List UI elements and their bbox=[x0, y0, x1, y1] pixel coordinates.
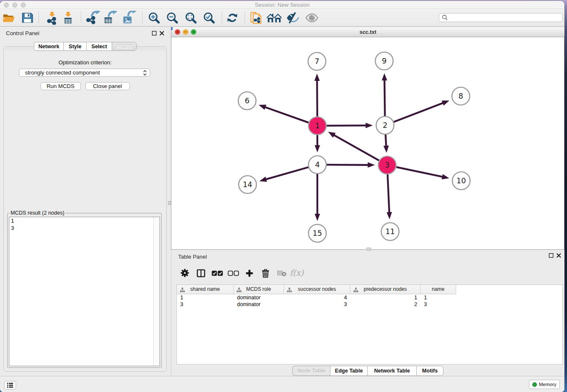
add-column-button[interactable] bbox=[241, 268, 257, 280]
float-icon[interactable] bbox=[152, 31, 157, 36]
export-image-button[interactable] bbox=[120, 10, 138, 25]
table-row[interactable]: 3dominator323 bbox=[177, 301, 562, 308]
graph-node-1[interactable]: 1 bbox=[308, 117, 326, 135]
select-all-columns-button[interactable] bbox=[209, 268, 225, 280]
network-graph: 1234678910111415 bbox=[171, 37, 564, 249]
save-session-button[interactable] bbox=[18, 10, 37, 25]
edge-3-11[interactable] bbox=[388, 174, 389, 213]
zoom-window-button[interactable] bbox=[21, 3, 26, 8]
table-tab-edge-table[interactable]: Edge Table bbox=[330, 366, 367, 376]
column-header-name[interactable]: name bbox=[421, 285, 456, 294]
edge-2-9[interactable] bbox=[385, 80, 385, 116]
edge-2-3[interactable] bbox=[385, 135, 386, 146]
close-icon[interactable] bbox=[160, 31, 164, 36]
edge-3-1[interactable] bbox=[334, 135, 379, 160]
function-builder-button: f(x) bbox=[289, 268, 306, 280]
export-table-button[interactable] bbox=[101, 10, 119, 25]
open-file-button[interactable] bbox=[0, 10, 18, 25]
result-line: 1 bbox=[11, 218, 160, 225]
graph-node-2[interactable]: 2 bbox=[376, 116, 394, 134]
graph-node-6[interactable]: 6 bbox=[238, 92, 256, 110]
table-header-row: shared nameMCDS rolesuccessor nodesprede… bbox=[177, 285, 562, 294]
graph-node-10[interactable]: 10 bbox=[452, 172, 470, 190]
toolbar-separator bbox=[81, 11, 81, 24]
edge-4-14[interactable] bbox=[266, 167, 308, 179]
graph-node-11[interactable]: 11 bbox=[381, 223, 399, 240]
folder-open-icon bbox=[3, 12, 15, 24]
edge-3-10[interactable] bbox=[396, 167, 443, 177]
zoom-selected-button[interactable] bbox=[199, 10, 218, 25]
show-columns-button[interactable] bbox=[193, 268, 209, 280]
edge-arrow-2-8 bbox=[442, 100, 449, 105]
edge-1-2[interactable] bbox=[327, 125, 366, 126]
table-settings-button[interactable] bbox=[177, 268, 193, 280]
search-box[interactable] bbox=[439, 13, 563, 22]
network-zoom-button[interactable] bbox=[191, 29, 196, 35]
close-window-button[interactable] bbox=[4, 3, 9, 8]
edge-1-6[interactable] bbox=[265, 107, 308, 123]
graph-node-8[interactable]: 8 bbox=[452, 87, 470, 105]
column-header-predecessor-nodes[interactable]: predecessor nodes bbox=[350, 285, 421, 294]
graph-node-9[interactable]: 9 bbox=[375, 52, 393, 70]
column-header-MCDS-role[interactable]: MCDS role bbox=[234, 285, 284, 294]
column-header-successor-nodes[interactable]: successor nodes bbox=[284, 285, 350, 294]
fit-content-button[interactable] bbox=[181, 10, 200, 25]
hide-selected-button[interactable] bbox=[284, 10, 302, 25]
table-cell: 3 bbox=[177, 301, 234, 308]
app-titlebar[interactable]: Session: New Session bbox=[0, 1, 564, 9]
network-canvas[interactable]: 1234678910111415 bbox=[171, 37, 564, 250]
close-icon[interactable] bbox=[556, 253, 561, 258]
delete-column-button[interactable] bbox=[257, 268, 273, 280]
app-traffic-lights bbox=[4, 3, 26, 8]
edge-1-7[interactable] bbox=[317, 80, 317, 116]
graph-node-15[interactable]: 15 bbox=[308, 224, 326, 242]
criterion-select[interactable]: strongly connected component bbox=[19, 69, 150, 77]
table-tab-motifs[interactable]: Motifs bbox=[416, 366, 443, 376]
graph-node-7[interactable]: 7 bbox=[308, 52, 326, 70]
table-row[interactable]: 1dominator411 bbox=[177, 294, 562, 301]
control-tab-mcds[interactable]: MCDS bbox=[112, 42, 137, 51]
table-cell: 1 bbox=[177, 294, 234, 301]
import-table-button[interactable] bbox=[59, 10, 77, 25]
table-tab-network-table[interactable]: Network Table bbox=[367, 366, 416, 376]
minimize-window-button[interactable] bbox=[12, 3, 17, 8]
float-icon[interactable] bbox=[549, 253, 553, 258]
edge-4-3[interactable] bbox=[327, 165, 368, 165]
first-neighbors-button[interactable] bbox=[265, 10, 284, 25]
edge-arrow-2-9 bbox=[382, 73, 387, 80]
edge-2-8[interactable] bbox=[394, 103, 443, 122]
mcds-result-text[interactable]: 13 bbox=[9, 217, 160, 366]
horizontal-splitter-handle[interactable] bbox=[366, 248, 371, 251]
export-network-button[interactable] bbox=[84, 10, 102, 25]
result-scrollbar[interactable] bbox=[153, 217, 160, 366]
control-tab-select[interactable]: Select bbox=[86, 42, 112, 51]
run-mcds-button[interactable]: Run MCDS bbox=[41, 82, 81, 90]
show-all-button[interactable] bbox=[303, 10, 321, 25]
export-network-icon bbox=[86, 11, 100, 24]
edge-arrow-1-2 bbox=[366, 123, 373, 128]
clone-network-button[interactable] bbox=[247, 10, 265, 25]
vertical-splitter-handle[interactable] bbox=[168, 201, 171, 205]
refresh-button[interactable] bbox=[223, 10, 242, 25]
edge-arrow-3-11 bbox=[387, 212, 392, 219]
zoom-in-button[interactable] bbox=[144, 10, 163, 25]
edge-arrow-1-7 bbox=[314, 74, 320, 81]
column-header-shared-name[interactable]: shared name bbox=[177, 285, 234, 294]
unselect-all-columns-button[interactable] bbox=[225, 268, 241, 280]
network-minimize-button[interactable] bbox=[183, 29, 188, 35]
table-tab-node-table[interactable]: Node Table bbox=[292, 366, 330, 376]
graph-node-4[interactable]: 4 bbox=[308, 156, 326, 174]
houses-icon bbox=[267, 12, 281, 24]
close-panel-button[interactable]: Close panel bbox=[85, 82, 130, 90]
graph-node-3[interactable]: 3 bbox=[378, 156, 396, 174]
task-history-button[interactable] bbox=[4, 381, 16, 389]
network-window-titlebar[interactable]: scc.txt bbox=[171, 28, 564, 37]
control-tab-style[interactable]: Style bbox=[63, 42, 86, 51]
zoom-out-button[interactable] bbox=[162, 10, 181, 25]
table-toolbar: f(x) bbox=[177, 267, 306, 281]
memory-button[interactable]: Memory bbox=[529, 380, 560, 389]
network-close-button[interactable] bbox=[175, 29, 180, 35]
search-input[interactable] bbox=[449, 14, 562, 21]
control-tab-network[interactable]: Network bbox=[34, 42, 63, 51]
graph-node-14[interactable]: 14 bbox=[239, 176, 256, 193]
